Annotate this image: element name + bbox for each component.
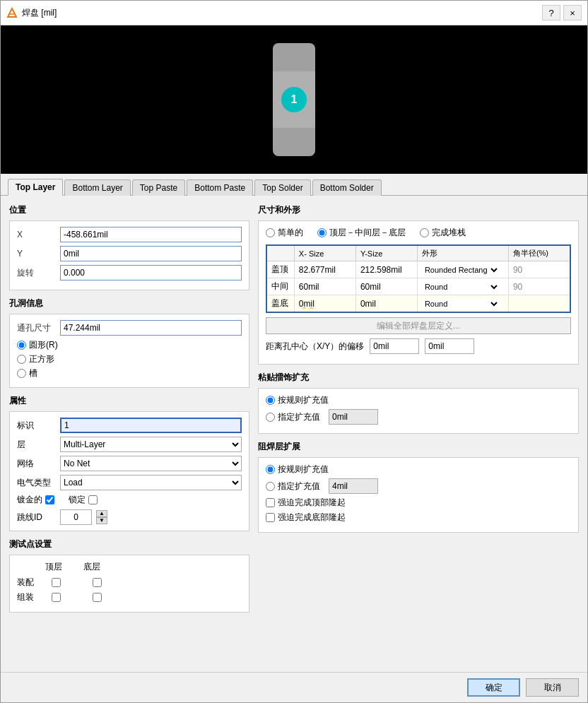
layer-select[interactable]: Multi-Layer Top Layer Bottom Layer (60, 437, 242, 452)
row2-radius-input[interactable] (513, 282, 563, 292)
main-content: 位置 X Y 旋转 孔 (1, 196, 587, 672)
rotation-label: 旋转 (17, 267, 56, 279)
solder-checkbox[interactable] (45, 495, 54, 504)
row2-xsize-input[interactable] (299, 282, 348, 292)
solder-specify-expand-row: 指定扩充值 (266, 478, 571, 494)
solder-expand-title: 阻焊层扩展 (258, 441, 579, 453)
square-radio[interactable] (17, 355, 26, 364)
tab-top-layer[interactable]: Top Layer (8, 179, 63, 196)
title-bar-buttons: ? × (542, 5, 582, 20)
row3-shape-select[interactable]: Round Rounded Rectang Rectangle (422, 299, 500, 309)
component-bottom-cell (87, 593, 107, 602)
y-input[interactable] (60, 246, 242, 261)
solder-specify-radio[interactable] (266, 482, 275, 491)
cancel-button[interactable]: 取消 (526, 678, 579, 697)
paste-specify-expand-row: 指定扩充值 (266, 409, 571, 425)
net-select[interactable]: No Net (60, 456, 242, 471)
tab-bottom-paste[interactable]: Bottom Paste (187, 179, 253, 196)
row2-shape-select[interactable]: Round Rounded Rectang Rectangle (422, 282, 500, 292)
solder-rule-expand-row: 按规则扩充值 (266, 463, 571, 475)
confirm-button[interactable]: 确定 (467, 678, 520, 697)
solder-rule-radio[interactable] (266, 465, 275, 474)
assembly-top-checkbox[interactable] (52, 578, 61, 587)
close-button[interactable]: × (563, 5, 582, 20)
tab-top-solder[interactable]: Top Solder (254, 179, 310, 196)
netid-down-button[interactable]: ▼ (96, 517, 107, 524)
size-shape-section: 尺寸和外形 简单的 顶层－中间层－底层 完成堆栈 (258, 204, 579, 365)
component-checks (46, 593, 107, 602)
lock-checkbox[interactable] (88, 495, 98, 504)
row2-shape: Round Rounded Rectang Rectangle (417, 278, 508, 295)
tab-bottom-layer[interactable]: Bottom Layer (64, 179, 130, 196)
tab-bottom-solder[interactable]: Bottom Solder (312, 179, 382, 196)
netid-up-button[interactable]: ▲ (96, 510, 107, 517)
test-points-title: 测试点设置 (9, 538, 249, 550)
attributes-section: 属性 标识 层 Multi-Layer Top Layer Bottom Lay… (9, 395, 249, 531)
row1-xsize-input[interactable] (299, 265, 348, 275)
shape-mode-group: 简单的 顶层－中间层－底层 完成堆栈 (266, 227, 571, 239)
bottom-col-header: 底层 (83, 561, 100, 573)
elec-type-row: 电气类型 Load Source Terminator Unspecified (17, 475, 242, 490)
simple-radio[interactable] (266, 228, 275, 237)
edit-all-layers-button[interactable]: 编辑全部焊盘层定义... (266, 317, 571, 334)
row2-ysize-input[interactable] (360, 282, 410, 292)
row1-xsize (294, 261, 355, 278)
netid-input[interactable] (60, 509, 92, 525)
component-top-checkbox[interactable] (52, 593, 61, 602)
solder-check-item: 镀金的 (17, 494, 54, 506)
round-radio[interactable] (17, 341, 26, 350)
rotation-input[interactable] (60, 265, 242, 280)
row3-radius-input[interactable] (513, 299, 563, 309)
offset-label: 距离孔中心（X/Y）的偏移 (266, 341, 364, 353)
full-stack-radio-item: 完成堆栈 (420, 227, 466, 239)
component-bottom-checkbox[interactable] (93, 593, 102, 602)
title-bar: 焊盘 [mil] ? × (1, 1, 587, 25)
row2-radius (508, 278, 570, 295)
row1-shape-select[interactable]: Rounded Rectang Round Rectangle (422, 265, 500, 275)
paste-specify-input[interactable] (329, 409, 378, 425)
solder-specify-input[interactable] (329, 478, 378, 494)
row3-ysize (355, 295, 417, 313)
netid-spinner: ▲ ▼ (96, 510, 107, 524)
x-row: X (17, 227, 242, 242)
dialog: 焊盘 [mil] ? × 1 Top Layer Bottom Layer To… (0, 0, 588, 703)
solder-lock-row: 镀金的 锁定 (17, 494, 242, 506)
pad-preview: 1 (273, 43, 315, 156)
designator-input[interactable] (60, 418, 242, 433)
attributes-title: 属性 (9, 395, 249, 407)
solder-expand-section: 阻焊层扩展 按规则扩充值 指定扩充值 强迫完成顶部隆起 (258, 441, 579, 533)
row1-radius-input[interactable] (513, 265, 563, 275)
assembly-label: 装配 (17, 577, 42, 589)
row3-label: 盖底 (266, 295, 294, 313)
pad-middle-shape: 1 (273, 71, 315, 128)
col-header-radius: 角半径(%) (508, 245, 570, 261)
force-bottom-checkbox[interactable] (266, 513, 275, 522)
table-row: 盖底 Round Rounded R (266, 295, 570, 313)
paste-specify-label: 指定扩充值 (278, 411, 320, 423)
assembly-bottom-checkbox[interactable] (93, 578, 102, 587)
elec-type-select[interactable]: Load Source Terminator Unspecified (60, 475, 242, 490)
help-button[interactable]: ? (542, 5, 560, 20)
slot-radio[interactable] (17, 369, 26, 378)
row1-ysize-input[interactable] (360, 265, 410, 275)
row3-xsize-input[interactable] (299, 299, 348, 309)
row3-xsize (294, 295, 355, 313)
paste-rule-radio[interactable] (266, 396, 275, 405)
force-top-checkbox[interactable] (266, 498, 275, 507)
solder-expand-box: 按规则扩充值 指定扩充值 强迫完成顶部隆起 强迫完成底部隆起 (258, 457, 579, 533)
slot-label: 槽 (29, 367, 37, 379)
offset-y-input[interactable] (425, 338, 474, 354)
paste-specify-radio[interactable] (266, 413, 275, 422)
left-panel: 位置 X Y 旋转 孔 (9, 204, 249, 663)
row2-ysize (355, 278, 417, 295)
row1-label: 盖顶 (266, 261, 294, 278)
through-hole-input[interactable] (60, 320, 242, 336)
x-input[interactable] (60, 227, 242, 242)
row3-ysize-input[interactable] (360, 299, 410, 309)
offset-x-input[interactable] (370, 338, 419, 354)
full-stack-radio[interactable] (420, 228, 429, 237)
top-mid-bot-radio[interactable] (317, 228, 327, 237)
assembly-top-cell (46, 578, 66, 587)
row3-radius (508, 295, 570, 313)
tab-top-paste[interactable]: Top Paste (132, 179, 185, 196)
